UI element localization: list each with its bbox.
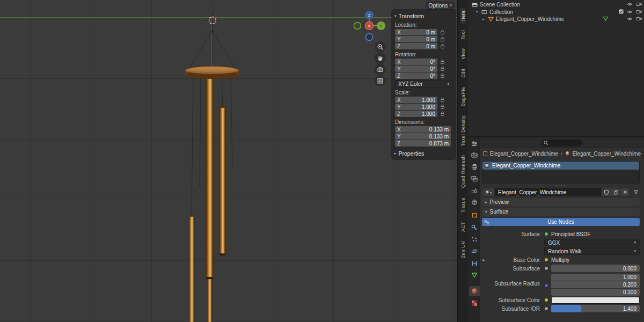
axis-label: Z	[397, 43, 400, 49]
scale-z-field[interactable]: Z 1.000	[395, 111, 437, 117]
tab-texture-properties[interactable]	[469, 298, 479, 308]
dimensions-z-field[interactable]: Z 0.873 m	[395, 140, 451, 147]
material-slot-list[interactable]: Elegant_Copper_Windchime	[482, 161, 640, 184]
zoom-button[interactable]	[375, 41, 386, 53]
exclude-checkbox[interactable]	[619, 9, 624, 15]
tab-constraint-properties[interactable]	[469, 258, 479, 268]
tab-bagapie[interactable]: BagaPie	[460, 84, 466, 109]
outliner-row-scene-collection[interactable]: Scene Collection	[468, 1, 644, 9]
location-x-field[interactable]: X 0 m	[395, 29, 437, 35]
material-slot-selected[interactable]: Elegant_Copper_Windchime	[482, 162, 639, 170]
expand-arrow-icon[interactable]: ▾	[476, 10, 481, 14]
lock-icon[interactable]	[439, 30, 446, 35]
fake-user-button[interactable]	[602, 188, 611, 196]
scale-y-field[interactable]: Y 1.000	[395, 104, 437, 110]
tab-material-properties[interactable]	[469, 286, 480, 296]
tab-item[interactable]: Item	[460, 8, 466, 24]
distribution-select[interactable]: GGX ▾	[544, 239, 640, 246]
subsurface-method-select[interactable]: Random Walk ▾	[544, 247, 640, 255]
rotation-z-field[interactable]: Z 0°	[395, 72, 437, 79]
tab-texel-density[interactable]: Texel Density	[460, 112, 466, 149]
tab-physics-properties[interactable]	[469, 246, 479, 256]
surface-panel-header[interactable]: ▾ Surface	[482, 208, 640, 216]
tab-world-properties[interactable]	[469, 197, 479, 207]
material-name-field[interactable]: Elegant_Copper_Windchime	[495, 188, 602, 196]
tab-view[interactable]: View	[460, 45, 466, 63]
3d-viewport[interactable]: Options ▾ Z Y X	[0, 0, 457, 322]
material-properties-body: Elegant_Copper_Windchime ···· ▾ Elegant_…	[480, 159, 644, 322]
tab-object-properties[interactable]	[469, 210, 479, 220]
search-input[interactable]	[541, 140, 583, 147]
properties-panel-header[interactable]: ▸ Properties	[393, 149, 454, 157]
surface-shader-value[interactable]: Principled BSDF	[551, 231, 590, 237]
render-visibility-toggle[interactable]	[636, 2, 642, 8]
camera-view-button[interactable]	[375, 64, 386, 75]
windchime-tubes[interactable]	[189, 76, 225, 322]
lock-icon[interactable]	[439, 59, 446, 64]
scale-x-field[interactable]: X 1.000	[395, 97, 437, 103]
lock-icon[interactable]	[439, 111, 446, 116]
use-nodes-button[interactable]: Use Nodes	[482, 218, 640, 226]
hide-eye-toggle[interactable]	[627, 9, 633, 15]
lock-icon[interactable]	[439, 43, 446, 49]
viewport-options-button[interactable]: Options ▾	[426, 1, 455, 10]
breadcrumb-material[interactable]: Elegant_Copper_Windchime	[573, 151, 641, 157]
preview-panel-header[interactable]: ▸ Preview	[482, 198, 640, 206]
expand-arrow-icon[interactable]: ▸	[482, 17, 488, 21]
browse-material-button[interactable]: ▾	[482, 188, 495, 196]
tab-particle-properties[interactable]	[469, 234, 479, 244]
dimensions-x-field[interactable]: X 0.133 m	[395, 126, 451, 133]
subsurface-ior-slider[interactable]: 1.400	[551, 305, 640, 312]
expand-arrow-icon[interactable]: ►	[482, 258, 488, 262]
ortho-grid-button[interactable]	[375, 75, 386, 86]
subsurface-radius-x-field[interactable]: 1.000	[551, 274, 640, 281]
gizmo-neg-y-axis[interactable]	[354, 23, 361, 30]
outliner-row-windchime-object[interactable]: ▸ Elegant_Copper_Windchime	[468, 16, 644, 23]
tab-tissue[interactable]: Tissue	[460, 194, 466, 216]
base-color-value[interactable]: Multiply	[551, 257, 569, 263]
lock-icon[interactable]	[439, 97, 446, 103]
lock-icon[interactable]	[439, 104, 446, 109]
tab-act[interactable]: ACT	[460, 218, 466, 235]
filter-button[interactable]	[632, 189, 640, 195]
transform-panel-header[interactable]: ▾ Transform	[393, 12, 454, 20]
tab-output-properties[interactable]	[469, 162, 479, 172]
tab-edit[interactable]: Edit	[460, 65, 466, 81]
gizmo-neg-z-axis[interactable]	[366, 34, 373, 41]
rotation-x-field[interactable]: X 0°	[395, 58, 437, 65]
render-visibility-toggle[interactable]	[636, 9, 642, 15]
location-y-field[interactable]: Y 0 m	[395, 36, 437, 42]
tab-tool[interactable]: Tool	[460, 27, 466, 43]
breadcrumb-object[interactable]: Elegant_Copper_Windchime	[490, 151, 558, 157]
lock-icon[interactable]	[439, 66, 446, 71]
location-z-field[interactable]: Z 0 m	[395, 43, 437, 49]
render-visibility-toggle[interactable]	[636, 16, 642, 22]
subsurface-radius-y-field[interactable]: 0.200	[551, 281, 640, 288]
pan-button[interactable]	[375, 53, 386, 64]
duplicate-material-button[interactable]	[611, 188, 621, 196]
hide-eye-toggle[interactable]	[627, 16, 633, 22]
unlink-material-button[interactable]	[621, 188, 630, 196]
hide-eye-toggle[interactable]	[627, 2, 633, 8]
windchime-disc[interactable]	[185, 67, 239, 79]
resize-grip[interactable]: ····	[482, 184, 640, 187]
tab-object-data-properties[interactable]	[469, 270, 479, 280]
subsurface-color-swatch[interactable]	[551, 297, 640, 304]
tab-quad-remesh[interactable]: Quad Remesh	[460, 152, 466, 191]
subsurface-radius-z-field[interactable]: 0.100	[551, 289, 640, 296]
lock-icon[interactable]	[439, 36, 446, 42]
rotation-y-field[interactable]: Y 0°	[395, 65, 437, 72]
lock-icon[interactable]	[439, 73, 446, 78]
tab-zen-uv[interactable]: Zen UV	[460, 238, 466, 261]
outliner-row-collection[interactable]: ▾ Collection	[468, 9, 644, 16]
tab-view-layer-properties[interactable]	[469, 173, 479, 184]
tab-modifier-properties[interactable]	[469, 222, 479, 232]
editor-type-selector[interactable]	[469, 138, 479, 149]
dimensions-y-field[interactable]: Y 0.133 m	[395, 133, 451, 140]
rotation-mode-select[interactable]: XYZ Euler ▾	[395, 80, 452, 87]
navigation-gizmo[interactable]: Z Y X	[349, 6, 392, 49]
subsurface-slider[interactable]: 0.000	[551, 265, 640, 272]
slot-list-scrollbar[interactable]	[636, 163, 638, 170]
tab-scene-properties[interactable]	[469, 185, 479, 195]
tab-render-properties[interactable]	[469, 150, 479, 160]
